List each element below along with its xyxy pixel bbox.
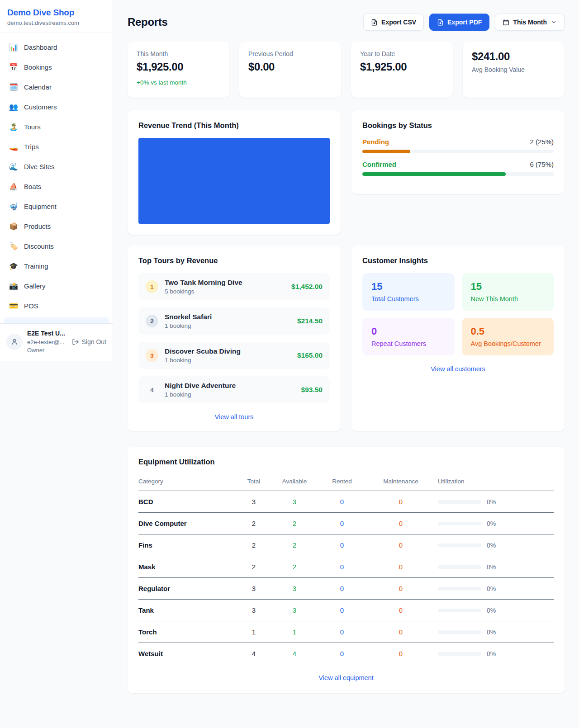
cell-rented: 0	[315, 556, 369, 578]
header-actions: Export CSV Export PDF This Month	[363, 14, 565, 31]
sidebar-item-label: Boats	[24, 183, 41, 190]
sidebar-item-trips[interactable]: 🚤 Trips	[4, 139, 109, 155]
cell-available: 1	[274, 621, 315, 643]
sidebar-item-gallery[interactable]: 📸 Gallery	[4, 278, 109, 294]
view-all-tours-link[interactable]: View all tours	[138, 413, 330, 421]
cell-maintenance: 0	[369, 621, 432, 643]
cell-category: Mask	[138, 556, 233, 578]
utilization-track	[438, 500, 481, 504]
insight-value: 0.5	[471, 326, 545, 337]
user-name: E2E Test U...	[27, 329, 65, 338]
tour-row: 2 Snorkel Safari 1 booking $214.50	[138, 307, 330, 335]
export-pdf-label: Export PDF	[447, 19, 482, 26]
sidebar-item-tours[interactable]: 🏝️ Tours	[4, 119, 109, 135]
sidebar-item-label: Dashboard	[24, 43, 57, 51]
bar-chart-icon: 📊	[9, 44, 18, 51]
sign-out-button[interactable]: Sign Out	[72, 338, 106, 345]
sailboat-icon: ⛵	[9, 183, 18, 190]
insight-tile: 15 Total Customers	[362, 273, 455, 311]
utilization-percent: 0%	[487, 607, 496, 614]
sidebar-item-label: Discounts	[24, 242, 54, 250]
cell-total: 2	[233, 513, 274, 534]
column-header-available: Available	[274, 474, 315, 491]
sidebar-item-label: Tours	[24, 123, 41, 131]
brand-name: Demo Dive Shop	[7, 8, 105, 18]
cell-rented: 0	[315, 534, 369, 556]
insights-row: Top Tours by Revenue 1 Two Tank Morning …	[128, 246, 565, 431]
utilization-track	[438, 652, 481, 656]
people-icon: 👥	[9, 104, 18, 111]
sidebar-item-equipment[interactable]: 🤿 Equipment	[4, 199, 109, 214]
brand: Demo Dive Shop demo.test.divestreams.com	[0, 0, 113, 33]
sidebar-item-bookings[interactable]: 📅 Bookings	[4, 59, 109, 75]
cell-total: 1	[233, 621, 274, 643]
file-download-icon	[437, 19, 444, 26]
user-panel: E2E Test U... e2e-tester@... Owner Sign …	[0, 323, 113, 361]
cell-available: 3	[274, 600, 315, 621]
tour-name: Snorkel Safari	[165, 313, 212, 321]
column-header-maintenance: Maintenance	[369, 474, 432, 491]
table-row: BCD 3 3 0 0 0%	[138, 491, 554, 513]
sidebar-item-reports-partial[interactable]	[4, 317, 109, 323]
insight-label: New This Month	[471, 295, 545, 303]
sign-out-icon	[72, 338, 79, 345]
sidebar-item-customers[interactable]: 👥 Customers	[4, 99, 109, 115]
sidebar-item-dashboard[interactable]: 📊 Dashboard	[4, 39, 109, 55]
page-title: Reports	[128, 16, 168, 28]
rank-badge: 2	[146, 315, 158, 327]
status-label: Confirmed	[362, 161, 396, 168]
sidebar-item-products[interactable]: 📦 Products	[4, 218, 109, 234]
cell-rented: 0	[315, 621, 369, 643]
rank-badge: 3	[146, 349, 158, 362]
sidebar-item-pos[interactable]: 💳 POS	[4, 298, 109, 314]
top-tours-panel: Top Tours by Revenue 1 Two Tank Morning …	[128, 246, 341, 431]
status-row: Pending 2 (25%)	[362, 138, 554, 153]
status-row: Confirmed 6 (75%)	[362, 161, 554, 176]
status-progress-fill	[362, 172, 506, 176]
sidebar-item-label: Dive Sites	[24, 163, 55, 170]
main-content: Reports Export CSV Export PDF This Month	[113, 0, 579, 709]
sidebar-item-dive-sites[interactable]: 🌊 Dive Sites	[4, 159, 109, 175]
panel-title: Revenue Trend (This Month)	[138, 121, 330, 130]
credit-card-icon: 💳	[9, 303, 18, 310]
equipment-panel: Equipment Utilization Category Total Ava…	[128, 447, 565, 693]
sidebar-item-boats[interactable]: ⛵ Boats	[4, 179, 109, 194]
speedboat-icon: 🚤	[9, 143, 18, 151]
utilization-percent: 0%	[487, 520, 496, 527]
chevron-down-icon	[551, 19, 557, 25]
graduation-cap-icon: 🎓	[9, 263, 18, 270]
view-all-equipment-link[interactable]: View all equipment	[138, 674, 554, 681]
cell-maintenance: 0	[369, 534, 432, 556]
export-csv-button[interactable]: Export CSV	[363, 14, 424, 31]
cell-total: 3	[233, 600, 274, 621]
tour-bookings: 1 booking	[165, 391, 236, 398]
stat-label: Previous Period	[248, 50, 332, 57]
equipment-table: Category Total Available Rented Maintena…	[138, 474, 554, 664]
status-progress-track	[362, 172, 554, 176]
tag-icon: 🏷️	[9, 243, 18, 250]
insight-value: 0	[371, 326, 446, 337]
status-count: 6 (75%)	[530, 161, 554, 168]
stat-value: $241.00	[472, 50, 555, 63]
insight-tiles: 15 Total Customers 15 New This Month 0 R…	[362, 273, 554, 355]
export-pdf-button[interactable]: Export PDF	[429, 14, 489, 31]
sidebar-item-calendar[interactable]: 🗓️ Calendar	[4, 79, 109, 95]
column-header-utilization: Utilization	[432, 474, 554, 491]
calendar-date-icon: 📅	[9, 64, 18, 71]
bookings-status-panel: Bookings by Status Pending 2 (25%)	[351, 110, 565, 194]
view-all-customers-link[interactable]: View all customers	[362, 365, 554, 373]
insight-label: Repeat Customers	[371, 340, 446, 347]
panel-title: Customer Insights	[362, 256, 554, 265]
utilization-percent: 0%	[487, 629, 496, 636]
cell-maintenance: 0	[369, 491, 432, 513]
tour-name: Two Tank Morning Dive	[165, 279, 242, 287]
period-select[interactable]: This Month	[495, 14, 565, 31]
stat-card-previous-period: Previous Period $0.00	[239, 42, 341, 98]
brand-domain: demo.test.divestreams.com	[7, 19, 105, 26]
cell-available: 3	[274, 578, 315, 600]
cell-maintenance: 0	[369, 600, 432, 621]
cell-total: 3	[233, 491, 274, 513]
sidebar-item-training[interactable]: 🎓 Training	[4, 258, 109, 274]
wave-icon: 🌊	[9, 163, 18, 170]
sidebar-item-discounts[interactable]: 🏷️ Discounts	[4, 238, 109, 254]
